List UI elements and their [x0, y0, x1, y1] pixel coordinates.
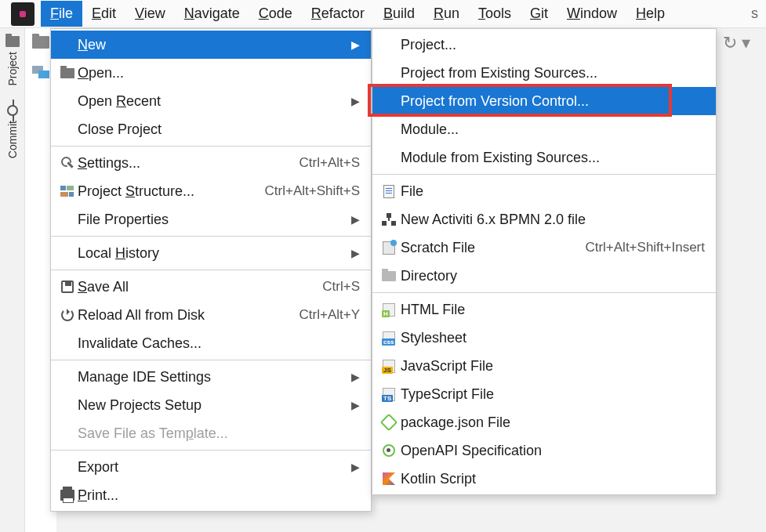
toolwindow-commit[interactable]: Commit — [6, 105, 19, 158]
menu-navigate[interactable]: Navigate — [175, 1, 249, 27]
menu-item-save-file-as-template: Save File as Template... — [51, 419, 371, 447]
menu-item-label: Scratch File — [401, 240, 475, 256]
menu-item-export[interactable]: Export▶ — [51, 453, 371, 481]
menu-item-label: Invalidate Caches... — [78, 335, 201, 352]
menu-item-file[interactable]: File — [372, 177, 716, 205]
menu-build[interactable]: Build — [374, 1, 424, 27]
menu-code[interactable]: Code — [249, 1, 302, 27]
menu-item-label: File Properties — [78, 212, 169, 228]
menu-item-manage-ide-settings[interactable]: Manage IDE Settings▶ — [51, 363, 371, 391]
menu-item-scratch-file[interactable]: Scratch FileCtrl+Alt+Shift+Insert — [372, 233, 716, 262]
menu-item-new-activiti-6-x-bpmn-2-0-file[interactable]: New Activiti 6.x BPMN 2.0 file — [372, 205, 716, 233]
menu-item-package-json-file[interactable]: package.json File — [372, 408, 716, 436]
menu-item-module-from-existing-sources[interactable]: Module from Existing Sources... — [372, 143, 716, 172]
menu-item-kotlin-script[interactable]: Kotlin Script — [372, 465, 716, 493]
menu-item-label: Open Recent — [78, 93, 161, 110]
menu-item-label: Close Project — [78, 121, 162, 138]
menu-item-label: Settings... — [78, 155, 140, 172]
menu-edit[interactable]: Edit — [82, 1, 125, 27]
menu-item-label: Stylesheet — [401, 330, 466, 346]
menu-run[interactable]: Run — [424, 1, 469, 27]
scratch-file-icon — [377, 241, 401, 255]
diagram-icon — [377, 213, 401, 226]
nodejs-icon — [377, 416, 401, 429]
print-icon — [57, 490, 78, 501]
menu-item-shortcut: Ctrl+S — [322, 279, 360, 295]
menu-item-new[interactable]: New▶ — [51, 31, 371, 59]
folder-icon — [57, 68, 78, 78]
menu-refactor[interactable]: Refactor — [302, 1, 374, 27]
css-file-icon: css — [377, 331, 401, 345]
menu-item-directory[interactable]: Directory — [372, 262, 716, 290]
menu-item-label: HTML File — [401, 302, 465, 318]
menu-item-label: OpenAPI Specification — [401, 443, 542, 459]
menu-item-label: Save All — [78, 279, 129, 295]
menu-item-module[interactable]: Module... — [372, 115, 716, 143]
menu-item-reload-all-from-disk[interactable]: Reload All from DiskCtrl+Alt+Y — [51, 301, 371, 329]
app-icon — [11, 2, 34, 26]
openapi-icon — [377, 444, 401, 457]
toolwindow-project[interactable]: Project — [5, 36, 20, 86]
menu-item-javascript-file[interactable]: JSJavaScript File — [372, 352, 716, 380]
menu-item-new-projects-setup[interactable]: New Projects Setup▶ — [51, 391, 371, 419]
menu-item-html-file[interactable]: HHTML File — [372, 295, 716, 324]
menu-window[interactable]: Window — [557, 1, 626, 27]
menu-item-shortcut: Ctrl+Alt+Shift+S — [265, 183, 360, 199]
menu-item-open-recent[interactable]: Open Recent▶ — [51, 87, 371, 115]
chevron-right-icon: ▶ — [351, 371, 360, 383]
menu-item-label: File — [401, 183, 423, 200]
menu-tools[interactable]: Tools — [469, 1, 521, 27]
menu-item-typescript-file[interactable]: TSTypeScript File — [372, 380, 716, 408]
menu-item-label: Kotlin Script — [401, 471, 476, 487]
menubar: FileEditViewNavigateCodeRefactorBuildRun… — [0, 0, 766, 28]
menu-item-openapi-specification[interactable]: OpenAPI Specification — [372, 436, 716, 465]
menu-item-label: Export — [78, 459, 118, 476]
save-icon — [57, 280, 78, 293]
menu-help[interactable]: Help — [626, 1, 674, 27]
menu-item-label: Save File as Template... — [78, 425, 228, 442]
chevron-right-icon: ▶ — [351, 399, 360, 411]
menu-separator — [51, 360, 371, 360]
menu-item-print[interactable]: Print... — [51, 481, 371, 509]
menu-item-label: Reload All from Disk — [78, 307, 205, 324]
menu-item-project[interactable]: Project... — [372, 31, 716, 59]
reload-top-icon[interactable]: ↻ ▾ — [723, 33, 750, 53]
menu-item-project-from-version-control[interactable]: Project from Version Control... — [372, 87, 716, 115]
menu-item-label: Module... — [401, 121, 459, 138]
menu-item-save-all[interactable]: Save AllCtrl+S — [51, 273, 371, 301]
directory-icon — [377, 271, 401, 281]
menu-item-label: JavaScript File — [401, 358, 493, 375]
toolwindow-commit-label: Commit — [6, 121, 19, 158]
open-folder-icon[interactable] — [32, 36, 49, 49]
menu-item-settings[interactable]: Settings...Ctrl+Alt+S — [51, 149, 371, 177]
file-icon — [377, 185, 401, 198]
menu-item-project-structure[interactable]: Project Structure...Ctrl+Alt+Shift+S — [51, 177, 371, 205]
menu-item-label: TypeScript File — [401, 386, 494, 403]
menu-item-file-properties[interactable]: File Properties▶ — [51, 205, 371, 233]
menu-item-open[interactable]: Open... — [51, 59, 371, 87]
menu-item-label: New Activiti 6.x BPMN 2.0 file — [401, 212, 586, 228]
menu-item-label: Local History — [78, 245, 159, 262]
menu-item-stylesheet[interactable]: cssStylesheet — [372, 324, 716, 352]
left-toolwindow-strip: Project Commit — [0, 28, 25, 532]
menu-view[interactable]: View — [125, 1, 175, 27]
menu-item-invalidate-caches[interactable]: Invalidate Caches... — [51, 329, 371, 357]
structure-icon — [57, 186, 78, 197]
menu-item-label: Project from Existing Sources... — [401, 65, 597, 81]
menu-item-local-history[interactable]: Local History▶ — [51, 239, 371, 267]
menu-item-shortcut: Ctrl+Alt+Y — [300, 307, 360, 323]
menu-git[interactable]: Git — [521, 1, 557, 27]
js-file-icon: JS — [377, 360, 401, 373]
menu-item-label: Project... — [401, 37, 456, 53]
menu-item-label: Print... — [78, 487, 118, 504]
wrench-icon — [57, 157, 78, 169]
menu-file[interactable]: File — [41, 1, 82, 27]
menu-item-shortcut: Ctrl+Alt+S — [300, 155, 360, 171]
file-menu-dropdown: New▶Open...Open Recent▶Close ProjectSett… — [50, 28, 372, 512]
menu-item-close-project[interactable]: Close Project — [51, 115, 371, 143]
menu-separator — [51, 236, 371, 237]
menu-item-project-from-existing-sources[interactable]: Project from Existing Sources... — [372, 59, 716, 87]
chevron-right-icon: ▶ — [351, 247, 360, 259]
project-files-icon[interactable] — [32, 66, 49, 78]
menu-item-label: Manage IDE Settings — [78, 369, 211, 385]
